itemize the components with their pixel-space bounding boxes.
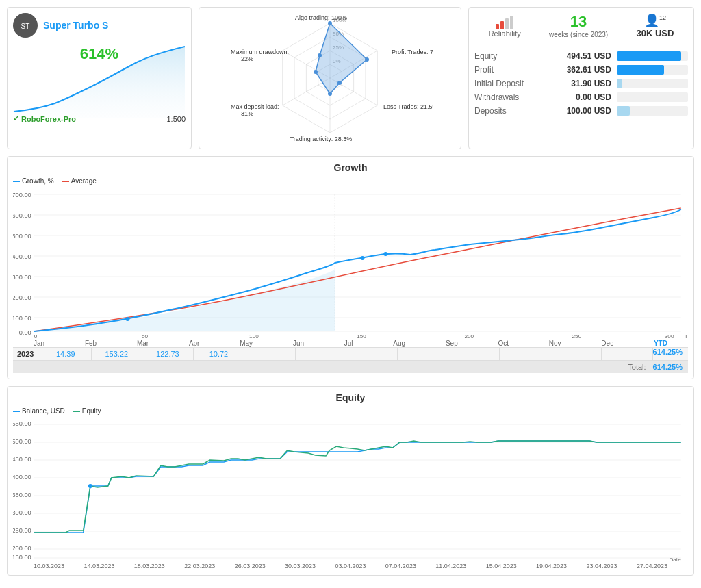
year-oct xyxy=(500,348,551,360)
svg-text:50: 50 xyxy=(142,333,149,338)
month-apr: Apr xyxy=(189,340,200,347)
growth-chart-area: 700.00 600.00 500.00 400.00 300.00 200.0… xyxy=(13,188,688,338)
deposits-bar xyxy=(617,106,630,116)
month-nov: Nov xyxy=(549,340,561,347)
month-jan: Jan xyxy=(34,340,44,347)
svg-text:0: 0 xyxy=(34,333,38,338)
year-row: 2023 14.39 153.22 122.73 10.72 614.25% xyxy=(13,347,688,360)
year-feb: 153.22 xyxy=(92,348,143,360)
stat-row-equity: Equity 494.51 USD xyxy=(474,51,688,61)
reliability-box: Reliability xyxy=(489,14,521,38)
radar-panel: 50% 0% 25% 100% Algo trading: 100% xyxy=(199,7,461,149)
growth-legend-label: Growth, % xyxy=(22,177,54,185)
date-3: 18.03.2023 xyxy=(134,563,165,570)
broker-name: ✓ RoboForex-Pro xyxy=(13,114,76,123)
capital-value: 30K USD xyxy=(636,28,674,38)
stat-row-withdrawals: Withdrawals 0.00 USD xyxy=(474,92,688,102)
deposits-label: Deposits xyxy=(474,106,550,116)
svg-text:Date: Date xyxy=(669,557,681,561)
date-11: 19.04.2023 xyxy=(536,563,567,570)
svg-text:400.00: 400.00 xyxy=(13,253,31,260)
month-ytd: YTD xyxy=(654,340,667,347)
average-legend-label: Average xyxy=(71,177,97,185)
stat-row-profit: Profit 362.61 USD xyxy=(474,65,688,75)
month-may: May xyxy=(240,340,253,347)
stats-panel: Reliability 13 weeks (since 2023) 👤12 30… xyxy=(468,7,694,149)
date-7: 03.04.2023 xyxy=(335,563,366,570)
svg-text:0.00: 0.00 xyxy=(19,329,31,336)
year-ytd: 614.25% xyxy=(653,348,688,360)
year-nov xyxy=(550,348,602,360)
withdrawals-bar-container xyxy=(617,92,688,102)
deposits-bar-container xyxy=(617,106,688,116)
svg-point-18 xyxy=(365,57,369,62)
date-5: 26.03.2023 xyxy=(235,563,266,570)
year-dec xyxy=(602,348,653,360)
profit-label: Profit xyxy=(474,65,550,75)
svg-text:200: 200 xyxy=(464,333,474,338)
svg-text:100.00: 100.00 xyxy=(13,315,31,322)
svg-text:100: 100 xyxy=(249,333,259,338)
year-aug xyxy=(398,348,449,360)
radar-loss-label: Loss Trades: 21.5% xyxy=(383,103,433,110)
growth-chart-legend: Growth, % Average xyxy=(13,177,688,185)
svg-text:150: 150 xyxy=(357,333,366,338)
date-6: 30.03.2023 xyxy=(285,563,316,570)
svg-point-20 xyxy=(328,92,332,96)
date-1: 10.03.2023 xyxy=(34,563,64,570)
total-label: Total: xyxy=(628,363,646,371)
date-2: 14.03.2023 xyxy=(84,563,114,570)
month-jul: Jul xyxy=(344,340,353,347)
equity-chart-area: 550.00 500.00 450.00 400.00 350.00 300.0… xyxy=(13,418,688,561)
month-oct: Oct xyxy=(498,340,509,347)
weeks-box: 13 weeks (since 2023) xyxy=(549,13,608,38)
equity-bar xyxy=(617,51,681,61)
year-jun xyxy=(296,348,347,360)
svg-point-52 xyxy=(383,252,387,256)
year-may xyxy=(244,348,296,360)
svg-point-17 xyxy=(328,21,332,25)
svg-text:600.00: 600.00 xyxy=(13,212,31,219)
svg-text:400.00: 400.00 xyxy=(13,474,31,481)
radar-deposit-label: Max deposit load: xyxy=(231,103,279,110)
initial-deposit-value: 31.90 USD xyxy=(550,79,611,88)
svg-text:300.00: 300.00 xyxy=(13,509,31,516)
svg-text:Trades: Trades xyxy=(685,333,688,338)
profit-bar xyxy=(617,65,664,75)
svg-point-21 xyxy=(314,70,318,74)
mini-chart-panel: ST Super Turbo S 614% xyxy=(7,7,192,149)
date-9: 11.04.2023 xyxy=(435,563,466,570)
year-mar: 122.73 xyxy=(142,348,194,360)
avatar: ST xyxy=(13,13,38,38)
radar-profit-label: Profit Trades: 78.5% xyxy=(392,49,433,55)
growth-chart-section: Growth Growth, % Average 700.00 600.00 5… xyxy=(7,156,694,379)
svg-text:200.00: 200.00 xyxy=(13,294,31,301)
initial-deposit-bar xyxy=(617,79,622,88)
svg-text:300.00: 300.00 xyxy=(13,274,31,281)
person-icon: 👤12 xyxy=(644,13,666,28)
svg-point-51 xyxy=(360,256,364,260)
date-8: 07.04.2023 xyxy=(385,563,416,570)
weeks-number: 13 xyxy=(570,13,587,31)
withdrawals-label: Withdrawals xyxy=(474,92,550,102)
stat-row-initial: Initial Deposit 31.90 USD xyxy=(474,79,688,88)
month-feb: Feb xyxy=(85,340,97,347)
reliability-label: Reliability xyxy=(489,29,521,38)
initial-deposit-bar-container xyxy=(617,79,688,88)
profit-value: 362.61 USD xyxy=(550,65,611,75)
date-13: 27.04.2023 xyxy=(637,563,667,570)
equity-value: 494.51 USD xyxy=(550,51,611,61)
date-10: 15.04.2023 xyxy=(486,563,517,570)
svg-text:350.00: 350.00 xyxy=(13,491,31,498)
reliability-bars xyxy=(496,14,513,29)
equity-chart-legend: Balance, USD Equity xyxy=(13,407,688,415)
withdrawals-value: 0.00 USD xyxy=(550,92,611,102)
date-12: 23.04.2023 xyxy=(586,563,617,570)
svg-text:500.00: 500.00 xyxy=(13,438,31,445)
svg-text:250: 250 xyxy=(572,333,582,338)
growth-chart-title: Growth xyxy=(13,162,688,173)
growth-legend-blue xyxy=(13,181,20,182)
equity-label: Equity xyxy=(474,51,550,61)
month-dec: Dec xyxy=(601,340,613,347)
date-4: 22.03.2023 xyxy=(184,563,215,570)
